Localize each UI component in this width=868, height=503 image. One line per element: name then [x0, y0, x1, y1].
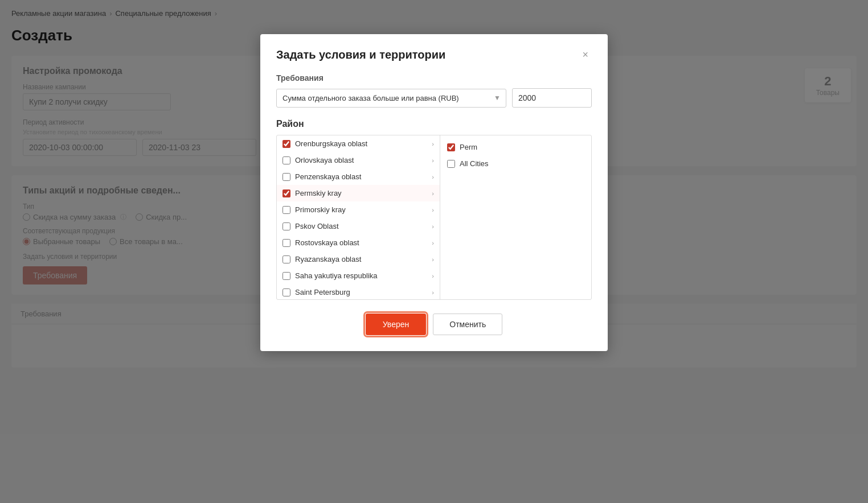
region-checkbox-ryazanskaya[interactable]: [282, 255, 290, 263]
region-checkbox-permskiy[interactable]: [282, 189, 290, 197]
region-checkbox-saint-peter[interactable]: [282, 288, 290, 296]
region-item-orenburgskaya[interactable]: Orenburgskaya oblast ›: [277, 135, 440, 152]
chevron-icon-6: ›: [432, 223, 434, 230]
region-checkbox-penzenskaya[interactable]: [282, 173, 290, 181]
region-item-permskiy[interactable]: Permskiy kray ›: [277, 185, 440, 201]
close-button[interactable]: ×: [579, 48, 592, 62]
city-checkbox-perm[interactable]: [447, 143, 455, 151]
chevron-icon-4: ›: [432, 190, 434, 197]
region-item-rostovskaya[interactable]: Rostovskaya oblast ›: [277, 234, 440, 251]
chevron-icon-10: ›: [432, 289, 434, 296]
select-wrapper: Сумма отдельного заказа больше или равна…: [276, 89, 506, 108]
region-item-pskov[interactable]: Pskov Oblast ›: [277, 218, 440, 234]
requirement-select[interactable]: Сумма отдельного заказа больше или равна…: [276, 89, 506, 108]
region-item-saint-peter[interactable]: Saint Petersburg ›: [277, 284, 440, 299]
chevron-icon-5: ›: [432, 207, 434, 213]
region-item-primorskiy[interactable]: Primorskiy kray ›: [277, 201, 440, 218]
dialog-header: Задать условия и территории ×: [276, 48, 592, 62]
chevron-icon-2: ›: [432, 157, 434, 164]
chevron-icon-9: ›: [432, 273, 434, 279]
dialog-title: Задать условия и территории: [276, 48, 445, 61]
region-name-permskiy: Permskiy kray: [295, 189, 429, 197]
region-checkbox-saha[interactable]: [282, 272, 290, 280]
region-checkbox-pskov[interactable]: [282, 222, 290, 230]
region-name-primorskiy: Primorskiy kray: [295, 205, 429, 214]
page-background: Рекламные акции магазина › Специальные п…: [0, 0, 868, 503]
chevron-icon-3: ›: [432, 174, 434, 180]
chevron-icon-7: ›: [432, 240, 434, 246]
region-label: Район: [276, 119, 592, 129]
cancel-button[interactable]: Отменить: [433, 314, 502, 335]
region-name-orenburgskaya: Orenburgskaya oblast: [295, 139, 429, 148]
region-checkbox-primorskiy[interactable]: [282, 206, 290, 214]
dialog: Задать условия и территории × Требования…: [260, 34, 608, 351]
region-item-penzenskaya[interactable]: Penzenskaya oblast ›: [277, 168, 440, 185]
region-name-ryazanskaya: Ryazanskaya oblast: [295, 255, 429, 263]
region-name-saha: Saha yakutiya respublika: [295, 271, 429, 280]
chevron-icon-8: ›: [432, 256, 434, 263]
requirements-label: Требования: [276, 73, 592, 83]
region-checkbox-rostovskaya[interactable]: [282, 239, 290, 247]
city-item-all-cities[interactable]: All Cities: [440, 155, 591, 172]
amount-input[interactable]: [512, 88, 592, 108]
region-item-orlovskaya[interactable]: Orlovskaya oblast ›: [277, 152, 440, 168]
cities-panel: Perm All Cities: [440, 135, 591, 299]
region-name-pskov: Pskov Oblast: [295, 222, 429, 230]
requirements-row: Сумма отдельного заказа больше или равна…: [276, 88, 592, 108]
region-name-rostovskaya: Rostovskaya oblast: [295, 238, 429, 247]
region-name-saint-peter: Saint Petersburg: [295, 288, 429, 296]
region-name-penzenskaya: Penzenskaya oblast: [295, 172, 429, 181]
city-name-all-cities: All Cities: [460, 159, 489, 168]
regions-panel: Orenburgskaya oblast › Orlovskaya oblast…: [277, 135, 440, 299]
region-item-ryazanskaya[interactable]: Ryazanskaya oblast ›: [277, 251, 440, 267]
city-name-perm: Perm: [460, 143, 477, 151]
chevron-icon: ›: [432, 141, 434, 147]
confirm-button[interactable]: Уверен: [366, 314, 426, 335]
dialog-footer: Уверен Отменить: [276, 314, 592, 335]
region-panels: Orenburgskaya oblast › Orlovskaya oblast…: [276, 135, 592, 300]
region-name-orlovskaya: Orlovskaya oblast: [295, 156, 429, 164]
region-item-saha[interactable]: Saha yakutiya respublika ›: [277, 267, 440, 284]
city-item-perm[interactable]: Perm: [440, 139, 591, 155]
region-checkbox-orlovskaya[interactable]: [282, 156, 290, 164]
region-checkbox-orenburgskaya[interactable]: [282, 140, 290, 148]
city-checkbox-all-cities[interactable]: [447, 160, 455, 168]
